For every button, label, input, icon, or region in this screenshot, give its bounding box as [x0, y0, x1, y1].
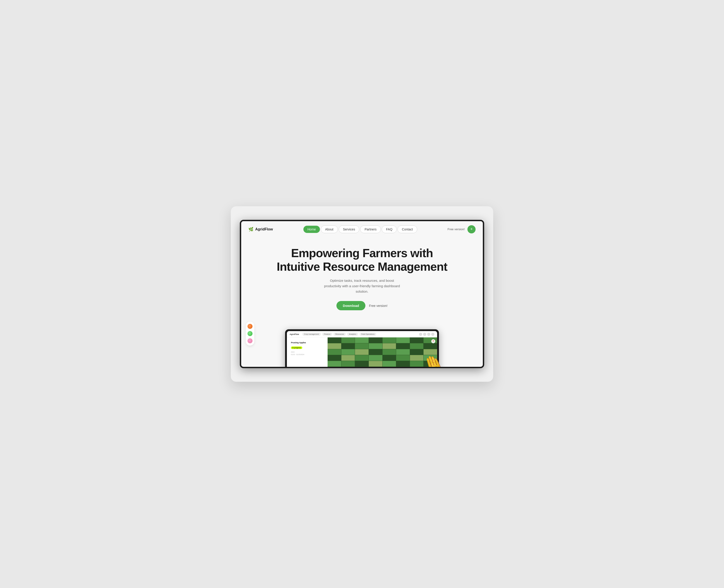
tablet-tab-analytics[interactable]: Analytics — [347, 333, 358, 336]
map-overlay-button[interactable]: 📍 — [431, 339, 435, 343]
field-cell — [423, 349, 437, 355]
free-version-button[interactable]: Free version! — [369, 304, 388, 308]
field-cell — [355, 355, 369, 361]
field-cell — [355, 343, 369, 349]
tablet-tab-resources[interactable]: Resources — [333, 333, 346, 336]
dot-green — [248, 331, 252, 336]
nav-circle-button[interactable]: + — [468, 225, 476, 233]
dot-orange — [248, 324, 252, 329]
tablet-container: AgroFlow Crop management Finance Resourc… — [285, 329, 439, 367]
field-cell — [342, 337, 355, 343]
field-cell — [328, 343, 341, 349]
field-cell — [342, 355, 355, 361]
field-cell — [355, 337, 369, 343]
dot-pink — [248, 338, 252, 343]
field-cell — [396, 361, 410, 366]
nav-partners[interactable]: Partners — [360, 226, 381, 233]
tablet-tab-crop[interactable]: Crop management — [302, 333, 321, 336]
field-cell — [396, 355, 410, 361]
dashboard-preview: AgroFlow Crop management Finance Resourc… — [241, 317, 483, 367]
field-cell — [369, 337, 382, 343]
task-meta: 2024 01/10 - 01/15/2024 — [291, 351, 323, 356]
field-cell — [410, 337, 423, 343]
logo-text: AgridFlow — [255, 227, 273, 231]
aerial-view — [328, 337, 437, 367]
monitor-screen: 🌿 AgridFlow Home About Services Partners — [241, 221, 483, 367]
field-cell — [410, 349, 423, 355]
nav-about[interactable]: About — [321, 226, 338, 233]
tablet-right-panel: 📍 👤 + — [328, 337, 437, 367]
field-cell — [355, 361, 369, 366]
logo: 🌿 AgridFlow — [248, 227, 273, 232]
field-cell — [369, 343, 382, 349]
hero-subtitle: Optimize tasks, track resources, and boo… — [321, 278, 403, 294]
map-fab-2[interactable]: + — [431, 363, 435, 367]
tablet-body: Pruning Apples In progress 2024 01/10 - … — [287, 337, 437, 367]
field-cell — [382, 349, 396, 355]
field-cell — [328, 355, 341, 361]
task-year: 2024 — [291, 351, 323, 353]
nav-right: Free version! + — [448, 225, 476, 233]
tablet-icon-4 — [431, 333, 434, 336]
field-cell — [369, 361, 382, 366]
logo-icon: 🌿 — [248, 227, 253, 232]
hero-section: Empowering Farmers with Intuitive Resour… — [241, 237, 483, 317]
tablet-navbar: AgroFlow Crop management Finance Resourc… — [287, 331, 437, 337]
tablet-frame: AgroFlow Crop management Finance Resourc… — [285, 329, 439, 367]
monitor-frame: 🌿 AgridFlow Home About Services Partners — [240, 220, 484, 369]
task-card: Pruning Apples In progress 2024 01/10 - … — [289, 340, 325, 358]
field-cell — [410, 355, 423, 361]
field-cell — [369, 355, 382, 361]
nav-home[interactable]: Home — [304, 226, 320, 233]
tablet-tab-field[interactable]: Field Operations — [359, 333, 376, 336]
field-cell — [369, 349, 382, 355]
nav-services[interactable]: Services — [339, 226, 359, 233]
field-cell — [382, 361, 396, 366]
tablet-icon-1 — [419, 333, 422, 336]
outer-frame: 🌿 AgridFlow Home About Services Partners — [231, 206, 493, 382]
tablet-logo: AgroFlow — [290, 333, 299, 335]
side-dots — [246, 321, 254, 345]
navbar: 🌿 AgridFlow Home About Services Partners — [241, 221, 483, 237]
hero-buttons: Download Free version! — [246, 301, 478, 310]
field-cell — [355, 349, 369, 355]
map-bottom-buttons: 👤 + — [431, 358, 435, 367]
tablet-icons — [419, 333, 434, 336]
tablet-icon-3 — [427, 333, 430, 336]
hero-title: Empowering Farmers with Intuitive Resour… — [246, 247, 478, 274]
tablet-icon-2 — [423, 333, 426, 336]
field-cell — [382, 343, 396, 349]
task-date: 01/10 - 01/15/2024 — [291, 353, 323, 356]
field-cell — [328, 349, 341, 355]
field-cell — [328, 361, 341, 366]
field-cell — [396, 343, 410, 349]
field-cell — [382, 337, 396, 343]
field-cell — [396, 337, 410, 343]
field-cell — [382, 355, 396, 361]
field-cell — [396, 349, 410, 355]
nav-contact[interactable]: Contact — [397, 226, 417, 233]
field-cell — [342, 361, 355, 366]
field-cell — [328, 337, 341, 343]
free-version-label: Free version! — [448, 228, 465, 231]
tablet-tab-finance[interactable]: Finance — [322, 333, 332, 336]
nav-links: Home About Services Partners FAQ — [304, 226, 417, 233]
task-title: Pruning Apples — [291, 341, 323, 344]
field-cell — [410, 361, 423, 366]
field-cell — [342, 343, 355, 349]
tablet-left-panel: Pruning Apples In progress 2024 01/10 - … — [287, 337, 328, 367]
field-cell — [423, 343, 437, 349]
download-button[interactable]: Download — [336, 301, 366, 310]
tablet-screen: AgroFlow Crop management Finance Resourc… — [287, 331, 437, 367]
field-cell — [342, 349, 355, 355]
map-fab-1[interactable]: 👤 — [431, 358, 435, 362]
task-badge: In progress — [291, 346, 302, 349]
field-cell — [410, 343, 423, 349]
nav-faq[interactable]: FAQ — [382, 226, 397, 233]
